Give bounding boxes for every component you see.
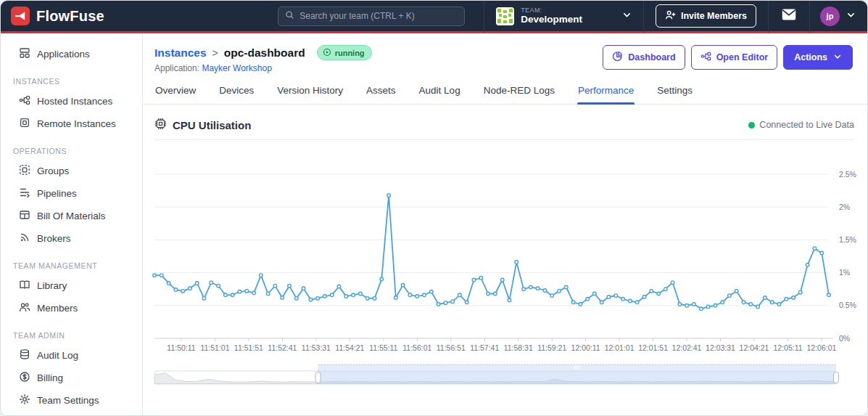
data-point[interactable] bbox=[500, 278, 504, 282]
data-point[interactable] bbox=[494, 292, 497, 295]
dashboard-button[interactable]: Dashboard bbox=[603, 45, 685, 70]
data-point[interactable] bbox=[160, 274, 164, 277]
user-menu[interactable]: jp bbox=[810, 1, 867, 31]
open-editor-button[interactable]: Open Editor bbox=[691, 45, 778, 70]
data-point[interactable] bbox=[664, 287, 668, 291]
data-point[interactable] bbox=[742, 301, 745, 304]
tab-performance[interactable]: Performance bbox=[577, 85, 635, 104]
slider-handle-left[interactable] bbox=[315, 372, 321, 383]
data-point[interactable] bbox=[813, 247, 817, 250]
data-point[interactable] bbox=[785, 298, 788, 301]
sidebar-item-audit-log[interactable]: Audit Log bbox=[1, 344, 142, 367]
data-point[interactable] bbox=[387, 194, 391, 197]
data-point[interactable] bbox=[693, 303, 696, 306]
data-point[interactable] bbox=[189, 287, 192, 290]
data-point[interactable] bbox=[671, 281, 674, 285]
data-point[interactable] bbox=[657, 292, 661, 295]
data-point[interactable] bbox=[799, 290, 803, 294]
data-point[interactable] bbox=[472, 278, 476, 282]
actions-button[interactable]: Actions bbox=[783, 45, 853, 70]
data-point[interactable] bbox=[706, 305, 710, 309]
data-point[interactable] bbox=[394, 296, 398, 300]
data-point[interactable] bbox=[635, 301, 639, 304]
data-point[interactable] bbox=[202, 297, 206, 301]
data-point[interactable] bbox=[365, 297, 369, 301]
data-point[interactable] bbox=[642, 295, 646, 299]
data-point[interactable] bbox=[607, 295, 611, 299]
flowfuse-brand[interactable]: FlowFuse bbox=[11, 7, 104, 25]
data-point[interactable] bbox=[678, 303, 682, 306]
sidebar-item-hosted-instances[interactable]: Hosted Instances bbox=[1, 90, 142, 113]
sidebar-item-members[interactable]: Members bbox=[1, 297, 142, 319]
data-point[interactable] bbox=[593, 292, 597, 295]
data-point[interactable] bbox=[770, 301, 774, 304]
breadcrumb-instances-link[interactable]: Instances bbox=[154, 46, 207, 60]
data-point[interactable] bbox=[444, 301, 447, 305]
invite-members-button[interactable]: Invite Members bbox=[656, 4, 756, 28]
tab-settings[interactable]: Settings bbox=[656, 85, 693, 104]
data-point[interactable] bbox=[210, 281, 213, 285]
data-point[interactable] bbox=[330, 293, 334, 297]
data-point[interactable] bbox=[629, 299, 632, 303]
data-point[interactable] bbox=[181, 290, 185, 293]
data-point[interactable] bbox=[508, 298, 511, 302]
data-point[interactable] bbox=[224, 293, 228, 297]
data-point[interactable] bbox=[600, 301, 603, 304]
data-point[interactable] bbox=[281, 296, 284, 300]
data-point[interactable] bbox=[295, 297, 299, 301]
data-point[interactable] bbox=[416, 295, 419, 298]
data-point[interactable] bbox=[586, 298, 590, 301]
data-point[interactable] bbox=[565, 285, 569, 289]
tab-devices[interactable]: Devices bbox=[218, 85, 255, 104]
data-point[interactable] bbox=[458, 293, 462, 297]
data-point[interactable] bbox=[550, 294, 554, 298]
data-point[interactable] bbox=[153, 274, 157, 277]
data-point[interactable] bbox=[621, 298, 625, 301]
tab-node-red-logs[interactable]: Node-RED Logs bbox=[483, 85, 555, 104]
data-point[interactable] bbox=[714, 304, 717, 308]
data-point[interactable] bbox=[437, 303, 440, 306]
data-point[interactable] bbox=[359, 292, 363, 295]
team-search[interactable] bbox=[278, 7, 465, 26]
data-point[interactable] bbox=[323, 295, 327, 298]
data-point[interactable] bbox=[423, 293, 426, 297]
data-point[interactable] bbox=[827, 293, 831, 297]
data-point[interactable] bbox=[792, 296, 795, 300]
data-point[interactable] bbox=[487, 292, 490, 295]
data-point[interactable] bbox=[408, 293, 412, 297]
data-point[interactable] bbox=[806, 264, 809, 267]
data-point[interactable] bbox=[302, 287, 305, 290]
data-point[interactable] bbox=[273, 284, 277, 287]
data-point[interactable] bbox=[266, 292, 270, 295]
data-point[interactable] bbox=[231, 293, 234, 297]
data-point[interactable] bbox=[515, 261, 518, 264]
data-point[interactable] bbox=[756, 305, 760, 309]
data-point[interactable] bbox=[195, 282, 199, 285]
sidebar-item-bill-of-materials[interactable]: Bill Of Materials bbox=[1, 205, 142, 227]
notifications-button[interactable] bbox=[769, 1, 809, 31]
sidebar-item-brokers[interactable]: Brokers bbox=[1, 227, 142, 250]
sidebar-item-applications[interactable]: Applications bbox=[1, 43, 142, 65]
sidebar-item-remote-instances[interactable]: Remote Instances bbox=[1, 113, 142, 135]
data-point[interactable] bbox=[260, 274, 263, 277]
data-point[interactable] bbox=[529, 285, 533, 289]
data-point[interactable] bbox=[309, 298, 313, 301]
data-point[interactable] bbox=[344, 295, 348, 298]
data-point[interactable] bbox=[380, 277, 384, 281]
data-point[interactable] bbox=[749, 303, 753, 306]
data-point[interactable] bbox=[167, 282, 170, 285]
tab-version-history[interactable]: Version History bbox=[276, 85, 344, 104]
data-point[interactable] bbox=[820, 251, 824, 255]
data-point[interactable] bbox=[217, 284, 220, 287]
data-point[interactable] bbox=[522, 287, 526, 291]
chart-range-slider[interactable] bbox=[154, 361, 839, 387]
search-input[interactable] bbox=[299, 11, 458, 21]
data-point[interactable] bbox=[252, 291, 256, 295]
data-point[interactable] bbox=[430, 290, 434, 294]
data-point[interactable] bbox=[288, 284, 292, 287]
data-point[interactable] bbox=[700, 307, 703, 311]
tab-assets[interactable]: Assets bbox=[365, 85, 397, 104]
data-point[interactable] bbox=[543, 289, 547, 293]
sidebar-item-groups[interactable]: Groups bbox=[1, 160, 142, 182]
data-point[interactable] bbox=[245, 290, 249, 293]
